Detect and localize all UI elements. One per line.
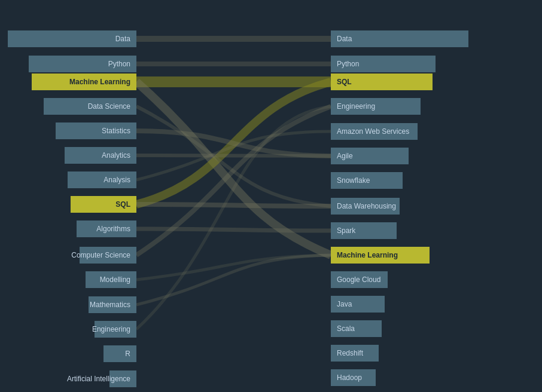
left-bar-sql: SQL	[0, 195, 136, 213]
right-bar-label: Snowflake	[333, 176, 370, 185]
left-bar-data-science: Data Science	[0, 97, 136, 115]
left-bar-label: Python	[108, 60, 134, 68]
right-bar-data-warehousing: Data Warehousing	[331, 197, 495, 215]
right-bar-redshift: Redshift	[331, 344, 474, 362]
left-bar-analysis: Analysis	[0, 171, 136, 189]
left-bar-label: Analytics	[102, 151, 134, 160]
right-bar-machine-learning: Machine Learning	[331, 246, 525, 264]
right-bar-label: Google Cloud	[333, 275, 380, 284]
left-bar-r: R	[0, 345, 136, 363]
left-bar-artificial-intelligence: Artificial Intelligence	[0, 370, 136, 388]
right-bar-amazon-web-services: Amazon Web Services	[331, 122, 513, 140]
right-bar-engineering: Engineering	[331, 97, 516, 115]
left-bar-engineering: Engineering	[0, 320, 136, 338]
left-bar-python: Python	[0, 55, 136, 73]
right-bar-label: Amazon Web Services	[333, 127, 409, 136]
right-bar-snowflake: Snowflake	[331, 172, 498, 189]
left-bar-data: Data	[0, 30, 136, 48]
right-bar-agile: Agile	[331, 147, 504, 165]
right-bar-label: Java	[333, 300, 352, 308]
left-bar-label: Statistics	[102, 127, 134, 135]
left-bar-label: R	[125, 350, 134, 358]
right-bar-label: Spark	[333, 226, 355, 235]
right-bar-spark: Spark	[331, 222, 492, 240]
right-bar-label: SQL	[333, 78, 352, 86]
left-bar-label: Modelling	[100, 275, 134, 284]
left-bar-label: Algorithms	[96, 225, 134, 233]
right-bar-scala: Scala	[331, 320, 477, 338]
right-bar-sql: SQL	[331, 73, 528, 91]
right-bar-label: Scala	[333, 324, 355, 333]
right-bar-google-cloud: Google Cloud	[331, 271, 483, 289]
right-bar-java: Java	[331, 295, 480, 313]
left-bar-analytics: Analytics	[0, 146, 136, 164]
right-bar-hadoop: Hadoop	[331, 369, 471, 387]
left-bar-label: Artificial Intelligence	[67, 375, 134, 383]
left-bar-statistics: Statistics	[0, 122, 136, 140]
left-bar-label: Analysis	[103, 176, 134, 184]
right-bar-label: Hadoop	[333, 373, 362, 382]
left-bar-label: Computer Science	[71, 251, 134, 259]
right-bar-label: Engineering	[333, 102, 375, 111]
right-bar-python: Python	[331, 55, 531, 73]
left-bar-label: SQL	[115, 200, 134, 209]
left-bar-algorithms: Algorithms	[0, 220, 136, 238]
right-bar-label: Data Warehousing	[333, 202, 396, 210]
right-bar-data: Data	[331, 30, 542, 48]
left-bar-mathematics: Mathematics	[0, 296, 136, 314]
left-bar-label: Engineering	[92, 325, 134, 333]
right-bar-label: Redshift	[333, 349, 363, 357]
left-bar-computer-science: Computer Science	[0, 246, 136, 264]
left-bar-label: Data Science	[88, 102, 134, 111]
left-bar-label: Machine Learning	[69, 78, 134, 86]
left-bar-label: Data	[115, 35, 134, 43]
left-bar-machine-learning: Machine Learning	[0, 73, 136, 91]
right-bar-label: Data	[333, 35, 352, 43]
left-bar-modelling: Modelling	[0, 271, 136, 289]
right-bar-label: Python	[333, 60, 359, 68]
right-bar-label: Agile	[333, 152, 353, 160]
right-bar-label: Machine Learning	[333, 251, 398, 259]
left-bar-label: Mathematics	[90, 301, 134, 309]
chart-container: DataPythonMachine LearningData ScienceSt…	[0, 0, 542, 392]
